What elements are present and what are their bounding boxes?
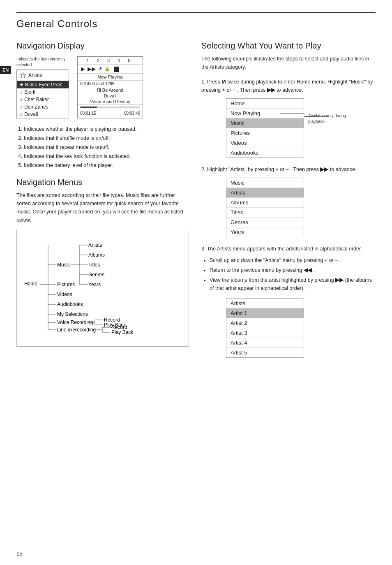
en-badge: EN — [0, 66, 11, 74]
star-3: ☆ — [19, 97, 23, 102]
artists-item-selected: ★ Black Eyed Peas — [17, 81, 69, 88]
svg-pictures: Pictures — [57, 282, 75, 287]
artists-menu-item-artists: Artists — [226, 299, 304, 308]
svg-my-selections: My Selections — [57, 311, 88, 317]
svg-videos: Videos — [57, 292, 72, 297]
artists-icon: ☆ — [19, 71, 27, 79]
bullet-list: Scroll up and down the "Artists" menu by… — [201, 256, 376, 292]
callout-note: Indicates the item currently selected — [16, 56, 66, 68]
nav-display-title: Navigation Display — [16, 41, 189, 51]
indicators-list: Indicates whether the player is playing … — [16, 125, 189, 169]
artist-name-1: Black Eyed Peas — [25, 82, 62, 88]
time-total: 00:03:40 — [124, 111, 140, 116]
home-menu-item-music: Music — [226, 118, 304, 128]
svg-line-in: Line-in Recording — [57, 327, 96, 333]
progress-bar-container — [78, 105, 143, 110]
meta-row: 001/003 mp3 128K — [78, 81, 143, 87]
indicator-item-1: Indicates whether the player is playing … — [24, 125, 189, 133]
numbers-row: 1 2 3 4 5 — [78, 57, 143, 65]
music-menu-box: Music Artists Albums Titles Genres Years — [226, 178, 304, 237]
svg-audiobooks: Audiobooks — [57, 301, 83, 307]
svg-albums: Albums — [88, 252, 105, 258]
music-menu-item-titles: Titles — [226, 208, 304, 218]
artists-panel: ☆ Artists ★ Black Eyed Peas ☆ Bjork — [16, 69, 69, 118]
times-row: 00:01:15 00:03:40 — [78, 110, 143, 116]
artists-item-3: ☆ Chet Baker — [17, 96, 69, 103]
music-menu-item-artists: Artists — [226, 188, 304, 198]
svg-artists: Artists — [88, 242, 102, 248]
artists-menu-item-2: Artist 2 — [226, 318, 304, 328]
artists-item-4: ☆ Dan Zanes — [17, 103, 69, 111]
progress-bar-fill — [80, 107, 97, 108]
svg-years: Years — [88, 282, 101, 287]
home-menu-item-videos: Videos — [226, 138, 304, 148]
svg-titles: Titles — [88, 262, 100, 268]
repeat-icon: ↺ — [98, 66, 102, 72]
artists-menu-box: Artists Artist 1 Artist 2 Artist 3 Artis… — [226, 298, 304, 358]
step1-text: 1. Press M twice during playback to ente… — [201, 78, 376, 94]
play-icon: ▶ — [81, 66, 85, 72]
svg-playback-2: Play Back — [111, 329, 134, 335]
tree-diagram-proper: Home Music Artists — [16, 230, 189, 347]
indicator-item-2: Indicates that if shuffle mode is on/off… — [24, 134, 189, 142]
selecting-title: Selecting What You Want to Play — [201, 41, 376, 51]
music-menu-item-albums: Albums — [226, 198, 304, 208]
indicator-item-4: Indicates that the key lock function is … — [24, 152, 189, 160]
artists-item-5: ☆ Duvall — [17, 111, 69, 118]
home-menu-box: Home Now Playing Music Pictures Videos A… — [226, 98, 304, 158]
lock-icon: 🔒 — [104, 66, 110, 72]
artists-menu-item-3: Artist 3 — [226, 328, 304, 338]
home-menu-item-pictures: Pictures — [226, 128, 304, 138]
now-playing-panel: 1 2 3 4 5 ▶ ▶▶ ↺ 🔒 ▐█ Now Playing 001/00… — [77, 56, 143, 118]
now-playing-label: Now Playing — [78, 74, 143, 81]
selecting-desc: The following example illustrates the st… — [201, 55, 376, 71]
nav-menus-desc: The files are sorted according to their … — [16, 191, 189, 224]
star-5: ☆ — [19, 112, 23, 117]
nav-menus-title: Navigation Menus — [16, 178, 189, 187]
music-menu-item-genres: Genres — [226, 218, 304, 227]
star-filled: ★ — [19, 82, 24, 88]
artists-label: Artists — [28, 72, 42, 78]
home-menu-item-home: Home — [226, 99, 304, 109]
bullet-2: Return to the previous menu by pressing … — [210, 266, 376, 274]
bullet-3: View the albums from the artist highligh… — [210, 276, 376, 292]
indicator-item-3: Indicates that if repeat mode is on/off. — [24, 143, 189, 151]
star-4: ☆ — [19, 104, 23, 110]
svg-music: Music — [57, 262, 70, 268]
battery-icon: ▐█ — [113, 67, 119, 72]
artists-item-2: ☆ Bjork — [17, 88, 69, 96]
track2: Duvall — [78, 93, 143, 99]
artists-menu-item-5: Artist 5 — [226, 348, 304, 357]
icons-row: ▶ ▶▶ ↺ 🔒 ▐█ — [78, 65, 143, 74]
step3-text: 3. The Artists menu appears with the art… — [201, 245, 376, 253]
forward-icon: ▶▶ — [88, 66, 96, 72]
music-menu-item-music: Music — [226, 178, 304, 188]
track3: Volume and Destiny — [78, 99, 143, 105]
bullet-1: Scroll up and down the "Artists" menu by… — [210, 256, 376, 264]
artists-menu-item-1: Artist 1 — [226, 308, 304, 318]
home-menu-item-audiobooks: Audiobooks — [226, 148, 304, 157]
indicator-item-5: Indicates the battery level of the playe… — [24, 161, 189, 169]
svg-home: Home — [24, 281, 37, 287]
page-title: General Controls — [16, 12, 376, 30]
track1: I'll Be Around — [78, 87, 143, 93]
music-menu-item-years: Years — [226, 227, 304, 237]
page-number: 15 — [16, 551, 22, 557]
annotation-available: Available only during playback. — [308, 113, 353, 125]
svg-genres: Genres — [88, 272, 104, 278]
star-2: ☆ — [19, 90, 23, 95]
time-current: 00:01:15 — [80, 111, 96, 116]
home-menu-item-now-playing: Now Playing — [226, 109, 304, 118]
step2-text: 2. Highlight "Artists" by pressing + or … — [201, 165, 376, 174]
artists-menu-item-4: Artist 4 — [226, 338, 304, 348]
